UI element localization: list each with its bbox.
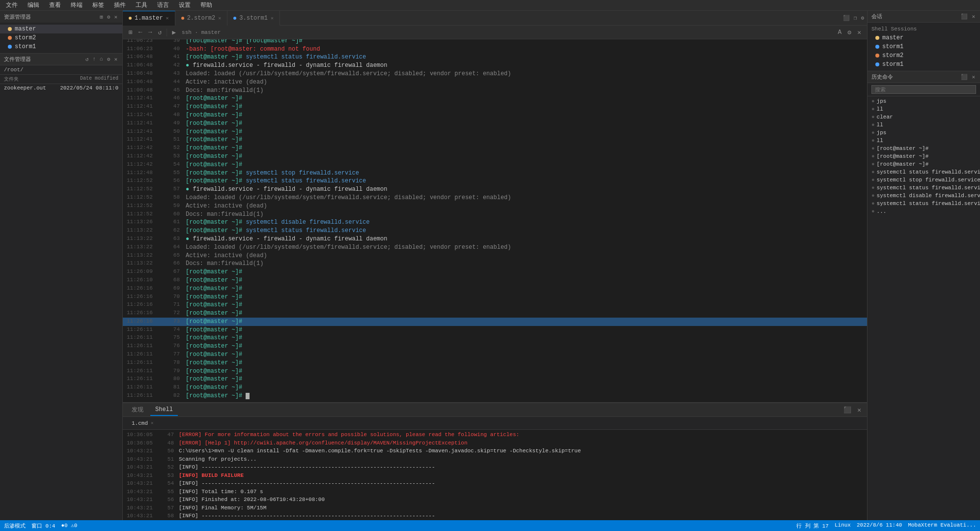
bottom-time: 10:43:21 (127, 472, 160, 480)
term-line: 11:12:4150[root@master ~]# (123, 128, 867, 136)
file-up-icon[interactable]: ↑ (92, 56, 97, 63)
bottom-sub-tab-close[interactable]: ✕ (151, 420, 153, 426)
bottom-sub-tab-cmd[interactable]: 1.cmd ✕ (127, 419, 158, 428)
file-refresh-icon[interactable]: ↺ (84, 56, 90, 63)
line-num: 76 (165, 342, 180, 351)
history-header: 历史命令 ⬛ ✕ (868, 71, 980, 83)
bottom-panel-btn1[interactable]: ⬛ (841, 405, 853, 415)
term-line: 11:06:4843 Loaded: loaded (/usr/lib/syst… (123, 70, 867, 78)
toolbar-btn-refresh[interactable]: ↺ (156, 28, 164, 37)
toolbar-btn-settings[interactable]: ⚙ (845, 28, 853, 37)
term-line: 11:26:1672[root@master ~]# (123, 309, 867, 318)
bottom-linenum: 58 (160, 512, 174, 520)
session-right-storm1a[interactable]: storm1 (868, 42, 980, 51)
session-storm1[interactable]: storm1 (0, 42, 122, 51)
menu-help[interactable]: 帮助 (198, 0, 214, 10)
history-item[interactable]: ●systemctl disable firewalld.service (868, 192, 980, 200)
history-title: 历史命令 (871, 73, 893, 81)
file-home-icon[interactable]: ⌂ (99, 56, 104, 63)
history-item[interactable]: ●ll (868, 121, 980, 129)
tab-master-close[interactable]: ✕ (166, 15, 169, 21)
toolbar-btn-back[interactable]: ← (137, 28, 144, 37)
term-line: 11:12:5259 Active: inactive (dead) (123, 202, 867, 210)
line-content: Docs: man:firewalld(1) (186, 260, 863, 268)
tab-bar-btn1[interactable]: ⬛ (842, 14, 851, 22)
menu-edit[interactable]: 编辑 (26, 0, 41, 10)
line-num: 77 (165, 351, 180, 359)
settings-icon[interactable]: ⚙ (106, 13, 112, 21)
close-left-icon[interactable]: ✕ (113, 13, 118, 21)
tab-storm2-close[interactable]: ✕ (218, 15, 221, 21)
history-item[interactable]: ●[root@master ~]# (868, 152, 980, 160)
line-num: 56 (165, 177, 180, 185)
line-num: 71 (165, 301, 180, 309)
line-content: Active: inactive (dead) (186, 202, 863, 210)
bottom-line: 10:36:0547[ERROR] For more information a… (123, 431, 867, 439)
menu-view[interactable]: 查看 (47, 0, 63, 10)
menu-settings[interactable]: 设置 (177, 0, 193, 10)
toolbar-btn-close[interactable]: ✕ (855, 28, 863, 37)
bottom-tab-faxian[interactable]: 发现 (127, 404, 148, 416)
history-item[interactable]: ●systemctl stop firewalld.service (868, 176, 980, 184)
bottom-panel-btn2[interactable]: ✕ (855, 405, 863, 415)
toolbar-btn-cmd[interactable]: ▶ (170, 28, 178, 37)
history-item[interactable]: ●systemctl status firewalld.service (868, 200, 980, 207)
right-panel-btn1[interactable]: ⬛ (960, 13, 969, 20)
session-master[interactable]: master (0, 25, 122, 33)
status-left: 后渗模式 窗口 0:4 ●0 ⚠0 (4, 522, 77, 530)
line-content: Loaded: loaded (/usr/lib/systemd/system/… (186, 194, 863, 202)
line-num: 57 (165, 185, 180, 194)
history-item[interactable]: ●systemctl status firewalld.service (868, 168, 980, 176)
line-time: 11:06:48 (127, 61, 161, 70)
session-right-storm1b[interactable]: storm1 (868, 60, 980, 69)
history-item[interactable]: ●[root@master ~]# (868, 145, 980, 152)
toolbar-btn-forward[interactable]: → (146, 28, 154, 37)
file-close-icon[interactable]: ✕ (113, 56, 118, 63)
bottom-content[interactable]: 10:36:0547[ERROR] For more information a… (123, 430, 867, 520)
history-item-label: [root@master ~]# (877, 146, 929, 151)
line-num: 80 (165, 375, 180, 384)
line-content: [root@master ~]# (186, 103, 863, 111)
tab-bar-btn3[interactable]: ⚙ (860, 14, 865, 22)
terminal-content[interactable]: 11:06:0238-bash: [root#master: command n… (123, 39, 867, 402)
toolbar-btn-a[interactable]: A (836, 28, 844, 37)
history-item[interactable]: ●systemctl status firewalld.service (868, 184, 980, 192)
right-panel-btn2[interactable]: ✕ (971, 13, 976, 20)
menu-plugin[interactable]: 插件 (112, 0, 128, 10)
file-zookeeper[interactable]: zookeeper.out 2022/05/24 08:11:0 (0, 84, 122, 92)
expand-icon[interactable]: ⊞ (99, 13, 104, 21)
session-storm2[interactable]: storm2 (0, 33, 122, 42)
tab-storm1[interactable]: 3.storm1 ✕ (227, 11, 280, 26)
menu-file[interactable]: 文件 (4, 0, 20, 10)
tab-master[interactable]: 1.master ✕ (123, 11, 175, 26)
bottom-linenum: 54 (160, 479, 174, 488)
status-time: 2022/8/6 11:40 (857, 522, 902, 530)
line-num: 59 (165, 202, 180, 210)
session-right-master[interactable]: master (868, 33, 980, 42)
tab-storm2[interactable]: 2.storm2 ✕ (175, 11, 228, 26)
file-settings-icon[interactable]: ⚙ (106, 56, 112, 63)
history-item[interactable]: ●jps (868, 97, 980, 105)
history-btn2[interactable]: ✕ (971, 73, 976, 81)
history-item[interactable]: ●jps (868, 129, 980, 137)
history-btn1[interactable]: ⬛ (960, 73, 969, 81)
menu-tab[interactable]: 标签 (90, 0, 106, 10)
history-item[interactable]: ●[root@master ~]# (868, 160, 980, 168)
menu-terminal[interactable]: 终端 (69, 0, 84, 10)
resource-explorer-section: 资源管理器 ⊞ ⚙ ✕ master storm2 stor (0, 11, 122, 54)
menu-tools[interactable]: 工具 (134, 0, 149, 10)
bottom-tab-shell[interactable]: Shell (150, 404, 178, 416)
history-search-input[interactable] (871, 85, 976, 94)
menu-language[interactable]: 语言 (155, 0, 171, 10)
history-item[interactable]: ●ll (868, 137, 980, 145)
toolbar-btn-split[interactable]: ⊞ (127, 28, 135, 37)
history-item[interactable]: ●ll (868, 105, 980, 113)
tab-storm1-close[interactable]: ✕ (271, 15, 274, 21)
session-right-storm2[interactable]: storm2 (868, 51, 980, 60)
history-item[interactable]: ●... (868, 207, 980, 215)
bottom-linenum: 51 (160, 455, 174, 464)
line-content: -bash: [root@master: command not found (186, 45, 863, 54)
header-icons: ⊞ ⚙ ✕ (99, 13, 118, 21)
history-item[interactable]: ●clear (868, 113, 980, 121)
tab-bar-btn2[interactable]: ❐ (853, 14, 858, 22)
